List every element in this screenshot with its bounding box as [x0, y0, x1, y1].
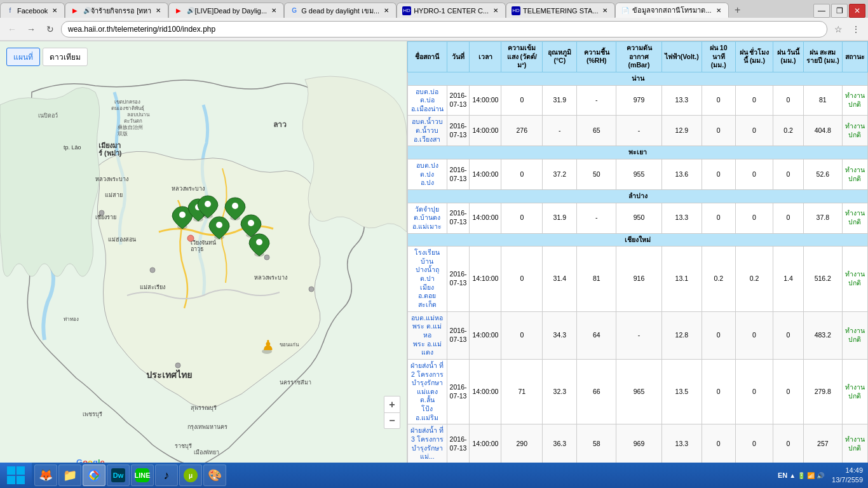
tab-hydro1[interactable]: HD HYDRO-1 CENTER C... ✕ [397, 3, 506, 18]
solar-chiangmai-1: 0 [501, 247, 543, 311]
rain10-chiangmai-4: 0 [702, 424, 735, 464]
chrome-icon [87, 468, 101, 482]
pressure-chiangmai-3: 965 [616, 359, 662, 424]
tab-close-active[interactable]: ✕ [714, 6, 723, 15]
tab-google[interactable]: G G dead by daylight เขม... ✕ [284, 3, 397, 18]
data-table: ชื่อสถานี วันที่ เวลา ความเข้มแสง (วัตต์… [407, 41, 868, 464]
address-bar[interactable] [61, 21, 827, 37]
taskbar-app-paint[interactable]: 🎨 [203, 464, 226, 486]
reload-button[interactable]: ↻ [42, 21, 58, 37]
tab-close-facebook[interactable]: ✕ [50, 6, 59, 15]
satellite-view-button[interactable]: ดาวเทียม [43, 48, 88, 66]
status-chiangmai-4: ทำงานปกติ [842, 424, 867, 464]
browser-chrome: f Facebook ✕ ▶ 🔊 จ้าร้ายกิจกรรอ [ทหา ✕ ▶… [0, 0, 868, 41]
taskbar-app-explorer[interactable]: 📁 [58, 464, 81, 486]
svg-text:อาวุธ: อาวุธ [191, 246, 204, 253]
start-button[interactable] [0, 463, 32, 488]
col-header-time: เวลา [470, 42, 501, 72]
voltage-chiangmai-4: 13.3 [661, 424, 702, 464]
paint-icon: 🎨 [208, 468, 222, 482]
tab-video2[interactable]: ▶ 🔊 [LIVE]Dead by Daylig... ✕ [168, 3, 284, 18]
rain10-phayao-1: 0 [702, 159, 735, 190]
solar-chiangmai-4: 290 [501, 424, 543, 464]
raintotal-phayao-1: 52.6 [803, 159, 842, 190]
section-header-phayao: พะเยา [408, 146, 868, 159]
svg-rect-54 [7, 476, 15, 484]
tab-telemetering[interactable]: HD TELEMETERING STA... ✕ [506, 3, 615, 18]
rain10-nan-1: 0 [702, 85, 735, 116]
time-chiangmai-4: 14:00:00 [470, 424, 501, 464]
tab-label-google: G dead by daylight เขม... [301, 5, 379, 17]
tab-close-video2[interactable]: ✕ [269, 6, 278, 15]
station-chiangmai-1: โรงเรียนบ้านปางน้ำถุ ต.ปาเมียงอ.ตอยสะเก็… [408, 247, 447, 311]
temp-lampang-1: 31.9 [543, 203, 577, 233]
svg-text:เมืองพัทยา: เมืองพัทยา [194, 449, 219, 456]
minimize-button[interactable]: — [813, 4, 830, 18]
status-phayao-1: ทำงานปกติ [842, 159, 867, 190]
svg-text:ท่าทอง: ท่าทอง [64, 316, 79, 322]
col-header-station: ชื่อสถานี [408, 42, 447, 72]
tab-favicon-facebook: f [6, 6, 15, 15]
section-header-nan: น่าน [408, 72, 868, 85]
col-header-status: สถานะ [842, 42, 867, 72]
new-tab-button[interactable]: + [729, 3, 747, 18]
taskbar-app-utorrent[interactable]: μ [179, 464, 202, 486]
tab-close-video1[interactable]: ✕ [154, 6, 163, 15]
svg-text:彝族自治州: 彝族自治州 [118, 125, 143, 130]
close-button[interactable]: ✕ [849, 4, 865, 18]
firefox-icon: 🦊 [39, 468, 53, 482]
maximize-button[interactable]: ❐ [831, 4, 848, 18]
voltage-nan-2: 12.9 [661, 116, 702, 146]
taskbar-app-firefox[interactable]: 🦊 [34, 464, 57, 486]
raintotal-nan-2: 404.8 [803, 116, 842, 146]
tab-close-google[interactable]: ✕ [382, 6, 391, 15]
map-view-button[interactable]: แผนที่ [6, 48, 40, 66]
col-header-raintotal: ฝน สะสม รายปี (มม.) [803, 42, 842, 72]
svg-point-41 [205, 201, 211, 207]
signal-bars-icon: 📶 [807, 472, 815, 479]
tab-label-telemetering: TELEMETERING STA... [523, 7, 598, 15]
pressure-lampang-1: 950 [616, 203, 662, 233]
svg-point-37 [179, 212, 186, 218]
settings-icon[interactable]: ⋮ [848, 21, 864, 37]
tab-facebook[interactable]: f Facebook ✕ [0, 3, 65, 18]
pressure-chiangmai-4: 969 [616, 424, 662, 464]
tab-close-hydro1[interactable]: ✕ [491, 6, 500, 15]
forward-button[interactable]: → [23, 21, 39, 37]
voltage-lampang-1: 13.3 [661, 203, 702, 233]
station-nan-2: อบต.น้ำวบต.น้ำวบอ.เวียงสา [408, 116, 447, 146]
svg-text:แม่สาย: แม่สาย [105, 192, 123, 198]
map-area: เมียงมา ร์ (พม่า) ลาว ประเทศไทย เวียงจัน… [0, 41, 407, 480]
taskbar-app-dreamweaver[interactable]: Dw [107, 464, 130, 486]
temp-chiangmai-4: 36.3 [543, 424, 577, 464]
zoom-in-button[interactable]: + [384, 396, 400, 412]
tab-video1[interactable]: ▶ 🔊 จ้าร้ายกิจกรรอ [ทหา ✕ [65, 3, 168, 18]
svg-text:ลาว: ลาว [273, 120, 287, 129]
back-button[interactable]: ← [4, 21, 20, 37]
svg-text:กรุงเทพมหานคร: กรุงเทพมหานคร [187, 424, 227, 431]
col-header-solar: ความเข้มแสง (วัตต์/ม²) [501, 42, 543, 72]
map-zoom-controls: + − [384, 396, 400, 429]
raintoday-chiangmai-4: 0 [773, 424, 803, 464]
raintotal-chiangmai-4: 257 [803, 424, 842, 464]
tab-active-data[interactable]: 📄 ข้อมูลจากสถานีโทรมาต... ✕ [615, 3, 728, 18]
tab-close-telemetering[interactable]: ✕ [600, 6, 609, 15]
raintoday-chiangmai-3: 0 [773, 359, 803, 424]
nav-bar: ← → ↻ ☆ ⋮ [0, 18, 868, 41]
rain1h-chiangmai-1: 0.2 [735, 247, 773, 311]
bookmark-star-icon[interactable]: ☆ [830, 21, 846, 37]
taskbar-app-line[interactable]: LINE [131, 464, 154, 486]
rain10-chiangmai-2: 0 [702, 311, 735, 359]
taskbar-app-music[interactable]: ♪ [155, 464, 178, 486]
svg-text:ประเทศไทย: ประเทศไทย [146, 369, 192, 380]
svg-point-6 [175, 363, 180, 368]
time-chiangmai-2: 14:00:00 [470, 311, 501, 359]
status-nan-2: ทำงานปกติ [842, 116, 867, 146]
svg-text:หลวงพระบาง: หลวงพระบาง [254, 274, 287, 281]
temp-nan-1: 31.9 [543, 85, 577, 116]
raintotal-chiangmai-3: 279.8 [803, 359, 842, 424]
solar-nan-2: 276 [501, 116, 543, 146]
taskbar-app-chrome[interactable] [83, 464, 105, 486]
zoom-out-button[interactable]: − [384, 412, 400, 429]
raintoday-phayao-1: 0 [773, 159, 803, 190]
